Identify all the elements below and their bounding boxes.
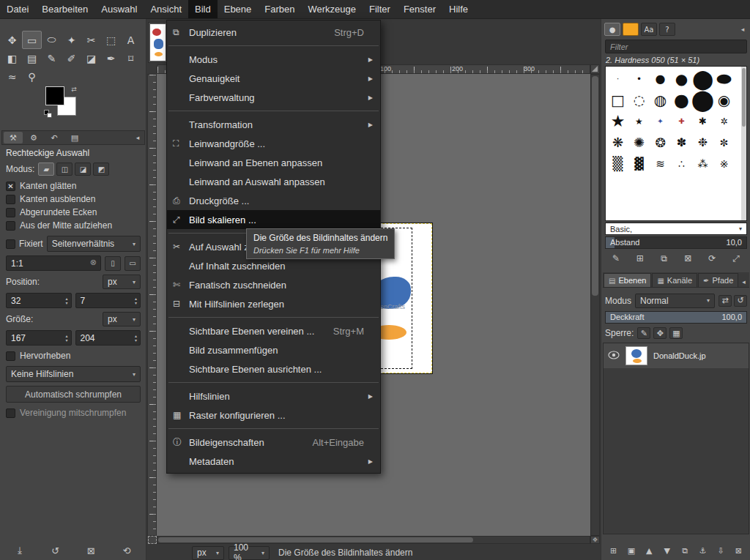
menu-item[interactable]: ▦ Raster konfigurieren ...: [167, 406, 380, 425]
brush-item[interactable]: ✽: [671, 132, 692, 153]
brush-item[interactable]: ●: [650, 68, 671, 89]
brush-item[interactable]: ★: [607, 111, 628, 132]
swap-colors-icon[interactable]: ⇄: [69, 85, 79, 94]
tool-options-footer-button[interactable]: ⤓: [12, 544, 28, 557]
toolbox-tool-button[interactable]: ✂: [81, 31, 101, 49]
menubar-item[interactable]: Datei: [0, 0, 35, 18]
brush-item[interactable]: ·: [607, 68, 628, 89]
menu-item[interactable]: [167, 425, 380, 433]
image-tab[interactable]: [148, 22, 168, 63]
brush-action-button[interactable]: ⤢: [728, 252, 744, 265]
brush-action-button[interactable]: ⊠: [680, 252, 696, 265]
menubar-item[interactable]: Filter: [363, 0, 397, 18]
toolbox-tool-button[interactable]: ◧: [2, 49, 22, 67]
layers-footer-button[interactable]: ⧉: [677, 544, 693, 557]
size-height-spinner[interactable]: 204: [75, 330, 141, 346]
brush-item[interactable]: ※: [713, 153, 735, 174]
toolbox-tool-button[interactable]: ✐: [62, 49, 81, 67]
horizontal-scrollbar-thumb[interactable]: [158, 537, 473, 542]
fixed-checkbox[interactable]: [6, 239, 15, 249]
dock-tab[interactable]: ▦ Kanäle: [652, 273, 697, 287]
shrink-merged-checkbox[interactable]: Vereinigung mitschrumpfen: [6, 406, 141, 419]
statusbar-unit-dropdown[interactable]: px: [192, 546, 224, 560]
dock-tab[interactable]: ▤ Ebenen: [604, 273, 651, 287]
brush-tag-filter[interactable]: Basic,: [605, 223, 747, 235]
option-checkbox[interactable]: Abgerundete Ecken: [6, 206, 141, 219]
toolbox-tool-button[interactable]: ⬚: [101, 31, 121, 49]
menu-item[interactable]: ⛶ Leinwandgröße ...: [167, 134, 380, 153]
brush-action-button[interactable]: ⊞: [632, 252, 648, 265]
option-checkbox[interactable]: Kanten ausblenden: [6, 193, 141, 206]
layers-footer-button[interactable]: ⚓: [695, 544, 710, 557]
position-unit-dropdown[interactable]: px: [103, 275, 141, 289]
menubar-item[interactable]: Bild: [188, 0, 218, 18]
vertical-scrollbar[interactable]: [590, 74, 600, 536]
layer-mode-option-button[interactable]: ↺: [734, 295, 747, 307]
option-checkbox[interactable]: Aus der Mitte aufziehen: [6, 219, 141, 232]
dock-tab[interactable]: ⚙: [24, 132, 43, 143]
brush-item[interactable]: ✦: [650, 111, 671, 132]
menu-item[interactable]: ⧉ Duplizieren Strg+D: [167, 23, 380, 42]
brush-item[interactable]: ∴: [671, 153, 692, 174]
menu-item[interactable]: Sichtbare Ebenen ausrichten ...: [167, 359, 380, 378]
menubar-item[interactable]: Farben: [258, 0, 301, 18]
menu-item[interactable]: [167, 378, 380, 387]
menu-item[interactable]: ⎙ Druckgröße ...: [167, 191, 380, 210]
menubar-item[interactable]: Bearbeiten: [35, 0, 94, 18]
horizontal-scrollbar[interactable]: [157, 536, 590, 544]
collapse-dock-icon[interactable]: [739, 277, 749, 287]
menu-item[interactable]: ⤢ Bild skalieren ...: [167, 210, 380, 229]
vertical-ruler[interactable]: [147, 74, 157, 536]
ruler-corner-button[interactable]: [590, 64, 600, 74]
tool-options-footer-button[interactable]: ⊠: [83, 544, 99, 557]
menu-item[interactable]: Genauigkeit ▶: [167, 69, 380, 88]
menu-item[interactable]: Sichtbare Ebenen vereinen ... Strg+M: [167, 321, 380, 340]
dock-tab[interactable]: ▦: [623, 23, 639, 36]
brush-grid-scrollbar-thumb[interactable]: [742, 68, 746, 127]
collapse-dock-icon[interactable]: [133, 132, 143, 143]
toolbox-tool-button[interactable]: ⌑: [121, 49, 141, 67]
brush-item[interactable]: ✚: [671, 111, 692, 132]
lock-toggle-button[interactable]: ▦: [669, 327, 683, 339]
brush-item[interactable]: ▓: [628, 153, 650, 174]
brush-item[interactable]: ★: [628, 111, 650, 132]
layer-row[interactable]: DonaldDuck.jp: [604, 343, 749, 368]
menu-item[interactable]: Farbverwaltung ▶: [167, 88, 380, 107]
selection-mode-button[interactable]: ◫: [56, 163, 73, 176]
menu-item[interactable]: Modus ▶: [167, 50, 380, 69]
layers-footer-button[interactable]: ⊠: [731, 544, 746, 557]
layer-opacity-slider[interactable]: Deckkraft 100,0: [605, 311, 747, 324]
selection-mode-button[interactable]: ▰: [38, 163, 54, 176]
brush-item[interactable]: ◍: [650, 89, 671, 111]
brush-item[interactable]: ✺: [628, 132, 650, 153]
landscape-orientation-button[interactable]: ▭: [125, 256, 141, 271]
collapse-dock-icon[interactable]: [738, 24, 748, 34]
brush-spacing-slider[interactable]: Abstand 10,0: [605, 236, 747, 249]
menu-item[interactable]: Bild zusammenfügen: [167, 340, 380, 359]
selection-mode-button[interactable]: ◩: [93, 163, 109, 176]
guides-dropdown[interactable]: Keine Hilfslinien: [6, 366, 141, 382]
foreground-color-swatch[interactable]: [45, 86, 64, 105]
portrait-orientation-button[interactable]: ▯: [105, 256, 121, 271]
dock-tab[interactable]: Aa: [641, 23, 657, 36]
menubar-item[interactable]: Werkzeuge: [302, 0, 363, 18]
size-unit-dropdown[interactable]: px: [103, 312, 141, 326]
brush-item[interactable]: ❂: [650, 132, 671, 153]
toolbox-tool-button[interactable]: ◪: [81, 49, 101, 67]
toolbox-tool-button[interactable]: ⬭: [42, 31, 62, 49]
menu-item[interactable]: Transformation ▶: [167, 115, 380, 134]
menu-item[interactable]: ✄ Fanatisch zuschneiden: [167, 275, 380, 294]
brush-item[interactable]: ⬤: [692, 89, 713, 111]
brush-action-button[interactable]: ⧉: [656, 252, 672, 265]
layers-footer-button[interactable]: ⇩: [713, 544, 729, 557]
toolbox-tool-button[interactable]: ✥: [2, 31, 22, 49]
layers-footer-button[interactable]: ⊞: [606, 544, 621, 557]
brush-item[interactable]: ⬤: [692, 68, 713, 89]
vertical-scrollbar-thumb[interactable]: [592, 76, 598, 296]
selection-mode-button[interactable]: ◪: [75, 163, 91, 176]
menubar-item[interactable]: Ebene: [218, 0, 259, 18]
menu-item[interactable]: Hilfslinien ▶: [167, 387, 380, 406]
brush-grid-scrollbar[interactable]: [741, 67, 746, 220]
aspect-ratio-dropdown[interactable]: Seitenverhältnis: [47, 236, 141, 252]
dock-tab[interactable]: ⚒: [4, 132, 23, 143]
